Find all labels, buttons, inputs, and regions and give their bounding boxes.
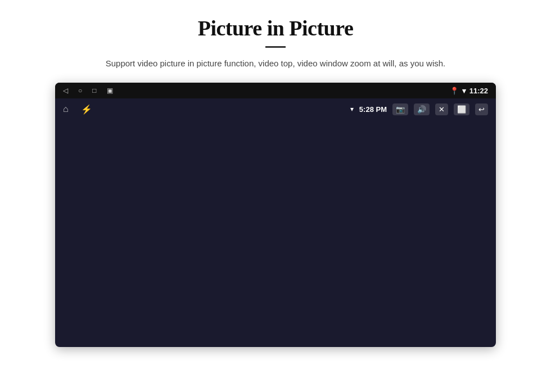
status-time: 11:22 [469, 87, 488, 95]
title-divider [265, 46, 286, 48]
usb-icon[interactable]: ⚡ [81, 104, 92, 115]
wifi-icon: ▾ [462, 87, 466, 95]
status-bar-left: ◁ ○ □ ▣ [63, 87, 113, 95]
home-icon[interactable]: ⌂ [63, 104, 69, 114]
home-circle-icon[interactable]: ○ [78, 87, 82, 95]
toolbar-right: ▾ 5:28 PM 📷 🔊 ✕ ⬜ ↩ [350, 103, 488, 115]
toolbar: ⌂ ⚡ ▾ 5:28 PM 📷 🔊 ✕ ⬜ ↩ [55, 98, 496, 120]
close-button[interactable]: ✕ [435, 103, 448, 115]
toolbar-left: ⌂ ⚡ [63, 104, 92, 115]
camera-button[interactable]: 📷 [392, 103, 408, 115]
screenshot-icon[interactable]: ▣ [107, 87, 113, 95]
page-subtitle: Support video picture in picture functio… [106, 57, 445, 70]
volume-button[interactable]: 🔊 [414, 103, 430, 115]
status-bar: ◁ ○ □ ▣ 📍 ▾ 11:22 [55, 83, 496, 98]
device-frame: ◁ ○ □ ▣ 📍 ▾ 11:22 ⌂ ⚡ ▾ 5:28 PM 📷 🔊 [55, 83, 496, 347]
page-wrapper: Picture in Picture Support video picture… [0, 0, 551, 392]
toolbar-time: 5:28 PM [359, 105, 387, 114]
wifi-status-icon: ▾ [350, 105, 354, 113]
recents-icon[interactable]: □ [92, 87, 96, 95]
back-button[interactable]: ↩ [475, 103, 488, 115]
status-bar-right: 📍 ▾ 11:22 [450, 87, 488, 95]
pip-button[interactable]: ⬜ [454, 103, 469, 115]
back-icon[interactable]: ◁ [63, 87, 68, 95]
page-title: Picture in Picture [198, 16, 354, 40]
location-icon: 📍 [450, 87, 459, 95]
